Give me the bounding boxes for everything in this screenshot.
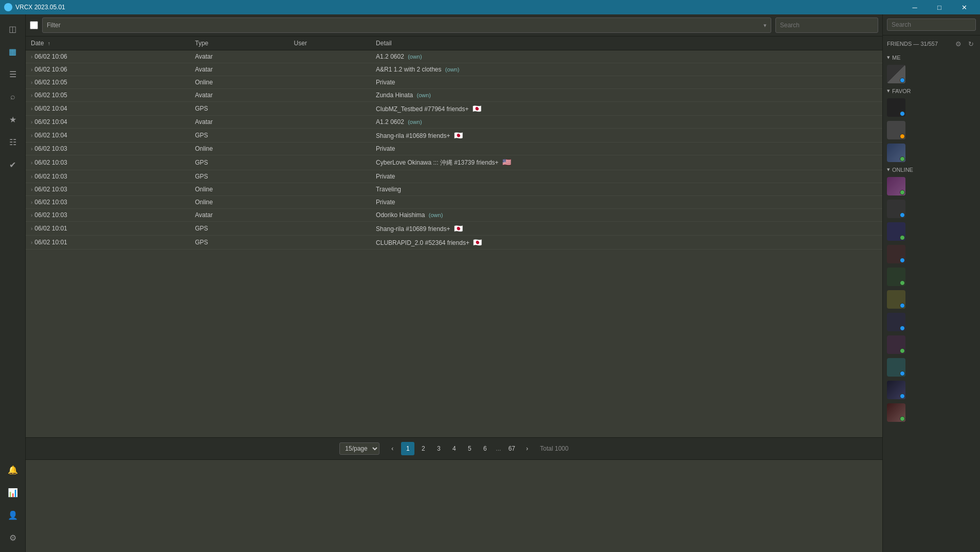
friends-search-input[interactable] [887, 19, 976, 31]
list-item[interactable] [883, 220, 980, 243]
list-item[interactable] [883, 333, 980, 356]
own-tag: (own) [417, 92, 431, 98]
col-user[interactable]: User [289, 37, 371, 50]
list-item[interactable] [883, 119, 980, 141]
sidebar-item-reports[interactable]: 📊 [3, 482, 23, 503]
status-badge [900, 348, 905, 353]
sidebar-item-favorites[interactable]: ★ [3, 109, 23, 130]
cell-detail: Odoriko Haishima (own) [371, 209, 882, 222]
page-dots: ... [494, 445, 503, 452]
expand-icon[interactable]: › [31, 226, 32, 232]
table-row[interactable]: ›06/02 10:05OnlinePrivate [26, 76, 882, 89]
expand-icon[interactable]: › [31, 80, 32, 85]
table-row[interactable]: ›06/02 10:04GPSShang-rila #10689 friends… [26, 129, 882, 143]
sidebar-item-profile[interactable]: 👤 [3, 505, 23, 525]
status-badge [900, 280, 905, 286]
page-button-3[interactable]: 3 [432, 442, 445, 455]
expand-icon[interactable]: › [31, 119, 32, 125]
table-row[interactable]: ›06/02 10:03OnlineTraveling [26, 183, 882, 196]
table-row[interactable]: ›06/02 10:06AvatarA1.2 0602 (own) [26, 50, 882, 63]
per-page-select[interactable]: 15/page 25/page 50/page [339, 442, 379, 455]
friends-refresh-icon[interactable]: ↻ [966, 39, 976, 49]
expand-icon[interactable]: › [31, 212, 32, 218]
friends-section-favor[interactable]: ▾ FAVOR [883, 85, 980, 96]
expand-icon[interactable]: › [31, 67, 32, 73]
table-row[interactable]: ›06/02 10:03GPSCyberLove Okinawa ::: 沖縄 … [26, 155, 882, 170]
table-row[interactable]: ›06/02 10:03AvatarOdoriko Haishima (own) [26, 209, 882, 222]
table-row[interactable]: ›06/02 10:04AvatarA1.2 0602 (own) [26, 116, 882, 129]
table-row[interactable]: ›06/02 10:01GPSShang-rila #10689 friends… [26, 222, 882, 236]
sidebar-item-notifications[interactable]: 🔔 [3, 459, 23, 480]
cell-type: Avatar [190, 89, 288, 102]
avatar [887, 335, 905, 354]
sidebar-item-stats[interactable]: ▦ [3, 41, 23, 62]
friends-settings-icon[interactable]: ⚙ [953, 39, 964, 49]
list-item[interactable] [883, 63, 980, 85]
list-item[interactable] [883, 96, 980, 119]
col-date[interactable]: Date ↑ [26, 37, 190, 50]
cell-detail: Zunda Hinata (own) [371, 89, 882, 102]
page-button-67[interactable]: 67 [505, 442, 518, 455]
table-row[interactable]: ›06/02 10:03OnlinePrivate [26, 196, 882, 209]
cell-detail: Private [371, 196, 882, 209]
table-row[interactable]: ›06/02 10:04GPSClubMZ_Testbed #77964 fri… [26, 102, 882, 116]
next-page-button[interactable]: › [520, 442, 534, 455]
search-input[interactable] [780, 22, 874, 29]
expand-icon[interactable]: › [31, 146, 32, 152]
table-row[interactable]: ›06/02 10:03OnlinePrivate [26, 143, 882, 155]
table-row[interactable]: ›06/02 10:05AvatarZunda Hinata (own) [26, 89, 882, 102]
page-button-1[interactable]: 1 [401, 442, 414, 455]
filter-label: Filter [47, 22, 764, 29]
page-button-5[interactable]: 5 [463, 442, 476, 455]
flag-icon: 🇺🇸 [502, 158, 511, 166]
list-item[interactable] [883, 356, 980, 379]
list-item[interactable] [883, 288, 980, 311]
expand-icon[interactable]: › [31, 187, 32, 192]
minimize-button[interactable]: ─ [903, 0, 927, 14]
table-row[interactable]: ›06/02 10:01GPSCLUBRAPID_2.0 #52364 frie… [26, 236, 882, 250]
friends-section-me[interactable]: ▾ ME [883, 52, 980, 63]
expand-icon[interactable]: › [31, 200, 32, 205]
avatar [887, 200, 905, 218]
table-body: ›06/02 10:06AvatarA1.2 0602 (own)›06/02 … [26, 50, 882, 250]
sidebar-item-settings[interactable]: ⚙ [3, 527, 23, 548]
friends-section-online[interactable]: ▾ ONLINE [883, 164, 980, 175]
sidebar-item-list[interactable]: ☰ [3, 64, 23, 84]
expand-icon[interactable]: › [31, 174, 32, 180]
expand-icon[interactable]: › [31, 106, 32, 112]
page-button-4[interactable]: 4 [447, 442, 461, 455]
list-item[interactable] [883, 401, 980, 424]
list-item[interactable] [883, 243, 980, 265]
list-item[interactable] [883, 175, 980, 198]
col-detail[interactable]: Detail [371, 37, 882, 50]
expand-icon[interactable]: › [31, 93, 32, 98]
titlebar: VRCX 2023.05.01 ─ □ ✕ [0, 0, 980, 14]
expand-icon[interactable]: › [31, 240, 32, 245]
expand-icon[interactable]: › [31, 54, 32, 60]
status-badge [900, 326, 905, 331]
sidebar-item-log[interactable]: ☷ [3, 132, 23, 152]
cell-date: ›06/02 10:05 [26, 89, 190, 102]
page-button-6[interactable]: 6 [478, 442, 492, 455]
expand-icon[interactable]: › [31, 160, 32, 166]
status-badge [900, 190, 905, 195]
filter-container[interactable]: Filter ▾ [42, 17, 771, 33]
close-button[interactable]: ✕ [952, 0, 976, 14]
list-item[interactable] [883, 141, 980, 164]
prev-page-button[interactable]: ‹ [386, 442, 399, 455]
sidebar-item-feed[interactable]: ◫ [3, 19, 23, 39]
table-row[interactable]: ›06/02 10:06AvatarA&R1 1.2 with 2 clothe… [26, 63, 882, 76]
page-button-2[interactable]: 2 [416, 442, 430, 455]
select-all-checkbox[interactable] [30, 21, 38, 29]
table-row[interactable]: ›06/02 10:03GPSPrivate [26, 170, 882, 183]
sidebar-item-search[interactable]: ⌕ [3, 86, 23, 107]
col-type[interactable]: Type [190, 37, 288, 50]
list-item[interactable] [883, 311, 980, 333]
sidebar-item-moderation[interactable]: ✔ [3, 154, 23, 175]
search-box [775, 17, 878, 33]
list-item[interactable] [883, 265, 980, 288]
list-item[interactable] [883, 198, 980, 220]
list-item[interactable] [883, 379, 980, 401]
expand-icon[interactable]: › [31, 133, 32, 138]
maximize-button[interactable]: □ [928, 0, 951, 14]
